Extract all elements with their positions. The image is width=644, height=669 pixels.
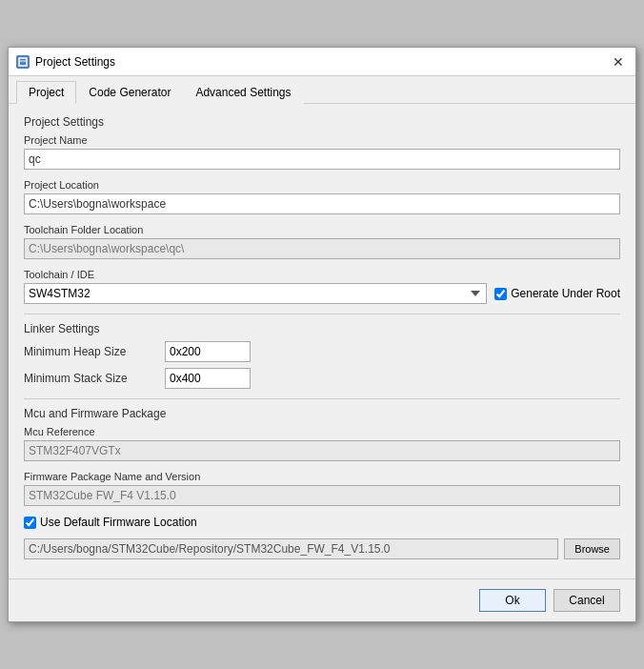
tab-advanced-settings[interactable]: Advanced Settings <box>183 81 303 104</box>
dialog-icon <box>16 55 30 69</box>
title-bar-left: Project Settings <box>16 55 115 69</box>
use-default-firmware-checkbox[interactable] <box>24 517 36 529</box>
project-location-group: Project Location <box>24 179 620 214</box>
project-location-input[interactable] <box>24 193 620 214</box>
toolchain-ide-select[interactable]: SW4STM32 <box>24 283 487 304</box>
dialog-window: Project Settings ✕ Project Code Generato… <box>8 47 636 622</box>
cancel-button[interactable]: Cancel <box>553 589 620 612</box>
tab-code-generator[interactable]: Code Generator <box>76 81 183 104</box>
firmware-location-input[interactable] <box>24 538 558 559</box>
separator-2 <box>24 398 620 399</box>
project-location-label: Project Location <box>24 179 620 191</box>
min-stack-input[interactable] <box>165 368 251 389</box>
firmware-pkg-group: Firmware Package Name and Version <box>24 471 620 506</box>
toolchain-folder-label: Toolchain Folder Location <box>24 224 620 235</box>
toolchain-ide-group: Toolchain / IDE SW4STM32 Generate Under … <box>24 269 620 304</box>
toolchain-ide-label: Toolchain / IDE <box>24 269 620 280</box>
min-heap-input[interactable] <box>165 341 251 362</box>
title-bar: Project Settings ✕ <box>9 48 635 76</box>
toolchain-folder-input <box>24 238 620 259</box>
browse-button[interactable]: Browse <box>564 538 620 559</box>
use-default-firmware-group: Use Default Firmware Location <box>24 516 620 529</box>
firmware-pkg-input <box>24 485 620 506</box>
project-name-group: Project Name <box>24 134 620 170</box>
tab-project[interactable]: Project <box>16 81 76 104</box>
mcu-ref-group: Mcu Reference <box>24 426 620 461</box>
mcu-firmware-title: Mcu and Firmware Package <box>24 407 620 420</box>
min-stack-label: Minimum Stack Size <box>24 372 157 385</box>
close-button[interactable]: ✕ <box>609 52 628 71</box>
toolchain-folder-group: Toolchain Folder Location <box>24 224 620 259</box>
project-name-label: Project Name <box>24 134 620 146</box>
mcu-ref-label: Mcu Reference <box>24 426 620 437</box>
firmware-pkg-label: Firmware Package Name and Version <box>24 471 620 482</box>
toolchain-ide-row: SW4STM32 Generate Under Root <box>24 283 620 304</box>
generate-under-root-label[interactable]: Generate Under Root <box>494 287 620 300</box>
project-settings-title: Project Settings <box>24 115 620 129</box>
tab-bar: Project Code Generator Advanced Settings <box>9 76 635 104</box>
ok-button[interactable]: Ok <box>479 589 546 612</box>
svg-rect-0 <box>19 58 27 66</box>
linker-settings-section: Linker Settings Minimum Heap Size Minimu… <box>24 322 620 389</box>
generate-under-root-checkbox[interactable] <box>494 288 507 300</box>
min-stack-row: Minimum Stack Size <box>24 368 620 389</box>
dialog-title: Project Settings <box>35 55 115 69</box>
min-heap-row: Minimum Heap Size <box>24 341 620 362</box>
min-heap-label: Minimum Heap Size <box>24 345 157 358</box>
separator-1 <box>24 314 620 314</box>
footer: Ok Cancel <box>9 578 635 621</box>
firmware-location-row: Browse <box>24 538 620 559</box>
main-content: Project Settings Project Name Project Lo… <box>9 104 635 578</box>
project-name-input[interactable] <box>24 149 620 170</box>
linker-settings-title: Linker Settings <box>24 322 620 335</box>
mcu-ref-input <box>24 440 620 461</box>
use-default-firmware-label[interactable]: Use Default Firmware Location <box>24 516 620 529</box>
